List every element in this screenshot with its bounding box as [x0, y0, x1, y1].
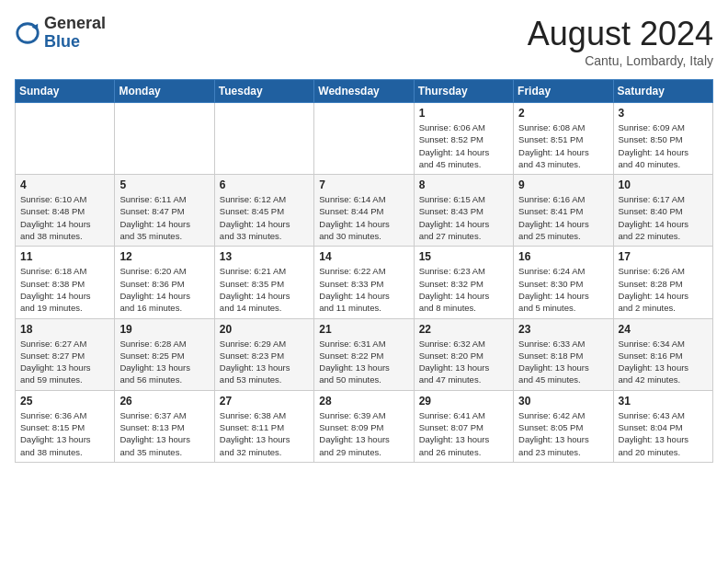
day-number: 8: [419, 178, 508, 191]
day-number: 23: [518, 323, 608, 336]
calendar-cell: 19Sunrise: 6:28 AM Sunset: 8:25 PM Dayli…: [115, 318, 214, 390]
day-number: 15: [419, 250, 508, 263]
day-info: Sunrise: 6:28 AM Sunset: 8:25 PM Dayligh…: [119, 338, 209, 386]
weekday-header: Monday: [115, 80, 214, 103]
calendar-cell: 10Sunrise: 6:17 AM Sunset: 8:40 PM Dayli…: [613, 175, 712, 247]
weekday-header: Tuesday: [214, 80, 313, 103]
day-number: 25: [20, 395, 109, 408]
day-info: Sunrise: 6:24 AM Sunset: 8:30 PM Dayligh…: [518, 265, 608, 314]
calendar-cell: 13Sunrise: 6:21 AM Sunset: 8:35 PM Dayli…: [214, 247, 313, 318]
day-info: Sunrise: 6:38 AM Sunset: 8:11 PM Dayligh…: [220, 409, 309, 458]
calendar-cell: [16, 103, 115, 175]
day-info: Sunrise: 6:09 AM Sunset: 8:50 PM Dayligh…: [619, 121, 708, 170]
calendar-cell: 28Sunrise: 6:39 AM Sunset: 8:09 PM Dayli…: [314, 390, 414, 462]
day-number: 7: [319, 178, 408, 191]
day-number: 12: [119, 250, 209, 263]
day-number: 16: [518, 250, 608, 263]
location-text: Cantu, Lombardy, Italy: [528, 53, 713, 68]
day-info: Sunrise: 6:31 AM Sunset: 8:22 PM Dayligh…: [319, 338, 408, 386]
day-number: 18: [20, 323, 109, 336]
day-number: 3: [619, 107, 708, 120]
weekday-header: Wednesday: [314, 80, 414, 103]
day-number: 29: [419, 395, 508, 408]
day-number: 27: [220, 395, 309, 408]
day-info: Sunrise: 6:14 AM Sunset: 8:44 PM Dayligh…: [319, 193, 408, 242]
calendar-week-row: 11Sunrise: 6:18 AM Sunset: 8:38 PM Dayli…: [16, 247, 713, 318]
logo-general-text: General: [44, 14, 106, 32]
calendar-week-row: 1Sunrise: 6:06 AM Sunset: 8:52 PM Daylig…: [16, 103, 713, 175]
day-info: Sunrise: 6:17 AM Sunset: 8:40 PM Dayligh…: [619, 193, 708, 242]
weekday-header: Sunday: [16, 80, 115, 103]
calendar-cell: 6Sunrise: 6:12 AM Sunset: 8:45 PM Daylig…: [214, 175, 313, 247]
calendar-cell: 17Sunrise: 6:26 AM Sunset: 8:28 PM Dayli…: [613, 247, 712, 318]
calendar-cell: 27Sunrise: 6:38 AM Sunset: 8:11 PM Dayli…: [214, 390, 313, 462]
calendar-cell: [115, 103, 214, 175]
day-number: 21: [319, 323, 408, 336]
day-info: Sunrise: 6:15 AM Sunset: 8:43 PM Dayligh…: [419, 193, 508, 242]
logo-icon: [15, 20, 40, 46]
day-info: Sunrise: 6:10 AM Sunset: 8:48 PM Dayligh…: [20, 193, 109, 242]
day-info: Sunrise: 6:36 AM Sunset: 8:15 PM Dayligh…: [20, 409, 109, 458]
calendar-cell: 20Sunrise: 6:29 AM Sunset: 8:23 PM Dayli…: [214, 318, 313, 390]
calendar-cell: 15Sunrise: 6:23 AM Sunset: 8:32 PM Dayli…: [414, 247, 513, 318]
calendar-cell: 24Sunrise: 6:34 AM Sunset: 8:16 PM Dayli…: [613, 318, 712, 390]
day-info: Sunrise: 6:34 AM Sunset: 8:16 PM Dayligh…: [619, 338, 708, 386]
day-number: 9: [518, 178, 608, 191]
calendar-cell: 21Sunrise: 6:31 AM Sunset: 8:22 PM Dayli…: [314, 318, 414, 390]
day-info: Sunrise: 6:27 AM Sunset: 8:27 PM Dayligh…: [20, 338, 109, 386]
calendar-cell: 26Sunrise: 6:37 AM Sunset: 8:13 PM Dayli…: [115, 390, 214, 462]
day-info: Sunrise: 6:08 AM Sunset: 8:51 PM Dayligh…: [518, 121, 608, 170]
calendar-cell: 5Sunrise: 6:11 AM Sunset: 8:47 PM Daylig…: [115, 175, 214, 247]
day-number: 4: [20, 178, 109, 191]
day-info: Sunrise: 6:39 AM Sunset: 8:09 PM Dayligh…: [319, 409, 408, 458]
calendar-cell: 29Sunrise: 6:41 AM Sunset: 8:07 PM Dayli…: [414, 390, 513, 462]
title-block: August 2024 Cantu, Lombardy, Italy: [528, 15, 713, 68]
calendar-cell: 3Sunrise: 6:09 AM Sunset: 8:50 PM Daylig…: [613, 103, 712, 175]
calendar-week-row: 4Sunrise: 6:10 AM Sunset: 8:48 PM Daylig…: [16, 175, 713, 247]
calendar-cell: 18Sunrise: 6:27 AM Sunset: 8:27 PM Dayli…: [16, 318, 115, 390]
calendar-cell: 30Sunrise: 6:42 AM Sunset: 8:05 PM Dayli…: [514, 390, 613, 462]
day-info: Sunrise: 6:32 AM Sunset: 8:20 PM Dayligh…: [419, 338, 508, 386]
calendar-cell: 9Sunrise: 6:16 AM Sunset: 8:41 PM Daylig…: [514, 175, 613, 247]
day-info: Sunrise: 6:23 AM Sunset: 8:32 PM Dayligh…: [419, 265, 508, 314]
logo: General Blue: [15, 15, 106, 52]
day-number: 2: [518, 107, 608, 120]
logo-blue-text: Blue: [44, 32, 80, 51]
page-header: General Blue August 2024 Cantu, Lombardy…: [15, 15, 713, 68]
day-info: Sunrise: 6:29 AM Sunset: 8:23 PM Dayligh…: [220, 338, 309, 386]
day-info: Sunrise: 6:18 AM Sunset: 8:38 PM Dayligh…: [20, 265, 109, 314]
logo-text: General Blue: [44, 15, 106, 52]
day-number: 14: [319, 250, 408, 263]
calendar-cell: 31Sunrise: 6:43 AM Sunset: 8:04 PM Dayli…: [613, 390, 712, 462]
day-number: 6: [220, 178, 309, 191]
weekday-header: Thursday: [414, 80, 513, 103]
calendar-cell: 11Sunrise: 6:18 AM Sunset: 8:38 PM Dayli…: [16, 247, 115, 318]
day-info: Sunrise: 6:41 AM Sunset: 8:07 PM Dayligh…: [419, 409, 508, 458]
day-info: Sunrise: 6:22 AM Sunset: 8:33 PM Dayligh…: [319, 265, 408, 314]
day-number: 17: [619, 250, 708, 263]
calendar-cell: 22Sunrise: 6:32 AM Sunset: 8:20 PM Dayli…: [414, 318, 513, 390]
calendar-cell: 25Sunrise: 6:36 AM Sunset: 8:15 PM Dayli…: [16, 390, 115, 462]
calendar-table: SundayMondayTuesdayWednesdayThursdayFrid…: [15, 79, 713, 463]
weekday-header: Saturday: [613, 80, 712, 103]
day-info: Sunrise: 6:43 AM Sunset: 8:04 PM Dayligh…: [619, 409, 708, 458]
day-number: 26: [119, 395, 209, 408]
day-number: 20: [220, 323, 309, 336]
calendar-cell: [214, 103, 313, 175]
calendar-cell: 12Sunrise: 6:20 AM Sunset: 8:36 PM Dayli…: [115, 247, 214, 318]
day-number: 1: [419, 107, 508, 120]
day-info: Sunrise: 6:20 AM Sunset: 8:36 PM Dayligh…: [119, 265, 209, 314]
day-number: 24: [619, 323, 708, 336]
calendar-cell: 7Sunrise: 6:14 AM Sunset: 8:44 PM Daylig…: [314, 175, 414, 247]
calendar-cell: [314, 103, 414, 175]
day-info: Sunrise: 6:16 AM Sunset: 8:41 PM Dayligh…: [518, 193, 608, 242]
calendar-cell: 4Sunrise: 6:10 AM Sunset: 8:48 PM Daylig…: [16, 175, 115, 247]
calendar-cell: 8Sunrise: 6:15 AM Sunset: 8:43 PM Daylig…: [414, 175, 513, 247]
day-number: 22: [419, 323, 508, 336]
calendar-header-row: SundayMondayTuesdayWednesdayThursdayFrid…: [16, 80, 713, 103]
day-number: 30: [518, 395, 608, 408]
calendar-cell: 16Sunrise: 6:24 AM Sunset: 8:30 PM Dayli…: [514, 247, 613, 318]
calendar-cell: 23Sunrise: 6:33 AM Sunset: 8:18 PM Dayli…: [514, 318, 613, 390]
day-info: Sunrise: 6:12 AM Sunset: 8:45 PM Dayligh…: [220, 193, 309, 242]
calendar-cell: 1Sunrise: 6:06 AM Sunset: 8:52 PM Daylig…: [414, 103, 513, 175]
